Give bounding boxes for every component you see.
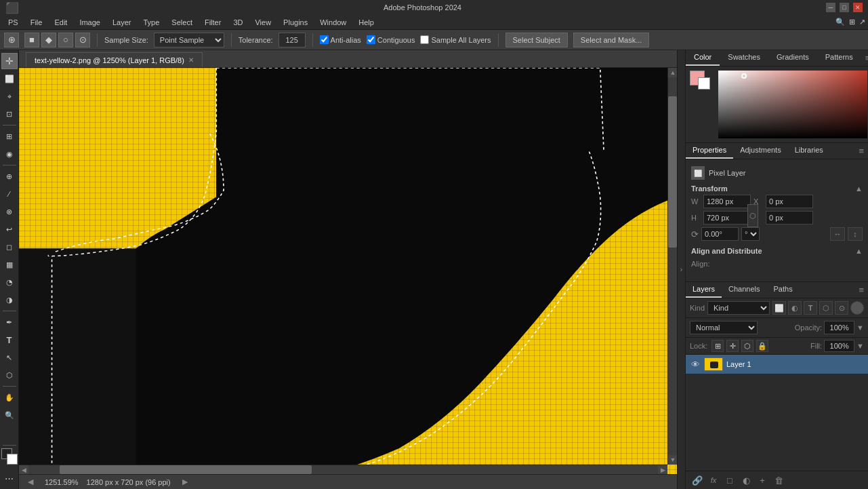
lock-position-button[interactable]: ✛ [726,340,739,352]
zoom-tool[interactable]: 🔍 [1,407,18,423]
filter-pixel-icon[interactable]: ⬜ [772,301,786,315]
tab-properties[interactable]: Properties [686,143,733,159]
maximize-button[interactable]: □ [840,3,849,12]
height-input[interactable] [703,211,751,224]
tab-patterns[interactable]: Patterns [817,50,861,66]
clone-stamp-tool[interactable]: ⊗ [1,203,18,220]
canvas-wrapper[interactable]: ▲ ▼ ◀ ▶ [19,68,677,474]
share-icon[interactable]: ↗ [859,18,865,26]
path-select-tool[interactable]: ↖ [1,349,18,366]
flip-vertical-button[interactable]: ↕ [848,227,863,241]
scroll-down-button[interactable]: ▼ [668,455,677,465]
collapse-panel-button[interactable]: › [677,50,685,489]
canvas-tab[interactable]: text-yellow-2.png @ 1250% (Layer 1, RGB/… [26,52,203,67]
extra-options[interactable]: ⋯ [1,470,18,486]
menu-type[interactable]: Type [138,17,165,28]
tab-swatches[interactable]: Swatches [720,50,768,66]
layer-row[interactable]: 👁 Layer 1 [686,355,868,374]
filter-kind-select[interactable]: Kind [707,301,770,315]
contiguous-check[interactable]: Contiguous [367,35,415,44]
brush-tool[interactable]: ∕ [1,186,18,202]
dodge-tool[interactable]: ◑ [1,292,18,308]
menu-layer[interactable]: Layer [107,17,137,28]
menu-3d[interactable]: 3D [228,17,248,28]
eraser-tool[interactable]: ◻ [1,239,18,255]
tab-libraries[interactable]: Libraries [788,143,830,159]
menu-ps[interactable]: PS [3,17,24,28]
angle-input[interactable] [701,227,739,241]
crop-tool[interactable]: ⊞ [1,128,18,144]
lock-pixels-button[interactable]: ⊞ [711,340,724,352]
lock-all-button[interactable]: 🔒 [756,340,768,352]
tool-shape-circle[interactable]: ○ [58,33,73,47]
props-panel-menu[interactable]: ≡ [854,143,868,159]
delete-layer-button[interactable]: 🗑 [772,474,785,486]
tool-shape-diamond[interactable]: ◆ [41,33,56,47]
fill-arrow[interactable]: ▼ [856,342,864,350]
scroll-track-h[interactable] [28,465,658,474]
scroll-up-button[interactable]: ▲ [668,68,677,77]
menu-help[interactable]: Help [353,17,379,28]
opacity-input[interactable] [824,321,854,334]
transform-collapse-icon[interactable]: ▲ [855,184,863,193]
background-color[interactable] [7,454,18,465]
minimize-button[interactable]: ─ [826,3,835,12]
angle-units-select[interactable]: ° [741,227,760,241]
shape-tool[interactable]: ⬡ [1,367,18,383]
tab-layers[interactable]: Layers [686,282,722,298]
scrollbar-vertical[interactable]: ▲ ▼ [667,68,677,465]
tolerance-input[interactable] [278,33,306,47]
scroll-right-button[interactable]: ▶ [658,465,667,474]
move-tool[interactable]: ✛ [1,53,18,69]
menu-select[interactable]: Select [166,17,198,28]
width-input[interactable] [703,195,751,208]
layer-visibility-toggle[interactable]: 👁 [690,359,701,370]
scroll-thumb-v[interactable] [668,96,677,248]
select-subject-button[interactable]: Select Subject [505,33,568,47]
blend-mode-select[interactable]: Normal [690,321,758,334]
scroll-track-v[interactable] [668,77,677,455]
history-brush-tool[interactable]: ↩ [1,221,18,237]
tool-shape-square[interactable]: ■ [24,33,39,47]
new-fill-layer-button[interactable]: ◐ [740,474,752,486]
lock-artboard-button[interactable]: ⬡ [741,340,753,352]
tool-shape-custom[interactable]: ⊙ [75,33,90,47]
antialias-check[interactable]: Anti-alias [320,35,361,44]
rectangle-select-tool[interactable]: ⬜ [1,71,18,87]
scrollbar-horizontal[interactable]: ◀ ▶ [19,465,667,474]
select-mask-button[interactable]: Select and Mask... [573,33,650,47]
tab-channels[interactable]: Channels [722,282,766,298]
background-swatch[interactable] [698,77,710,90]
object-select-tool[interactable]: ⊡ [1,106,18,122]
search-icon[interactable]: 🔍 [835,18,845,26]
add-mask-button[interactable]: □ [724,474,736,486]
tab-paths[interactable]: Paths [767,282,800,298]
tab-close[interactable]: ✕ [188,56,194,64]
blur-tool[interactable]: ◔ [1,274,18,290]
align-collapse-icon[interactable]: ▲ [855,247,863,255]
y-input[interactable] [766,211,813,224]
scroll-thumb-h[interactable] [60,465,312,474]
fill-input[interactable] [824,340,854,352]
flip-horizontal-button[interactable]: ↔ [830,227,845,241]
filter-circle-icon[interactable] [850,301,864,315]
color-spectrum[interactable] [718,71,867,138]
menu-edit[interactable]: Edit [49,17,73,28]
menu-file[interactable]: File [25,17,48,28]
menu-window[interactable]: Window [314,17,352,28]
filter-smart-icon[interactable]: ⊙ [835,301,848,315]
close-button[interactable]: ✕ [853,3,863,12]
opacity-arrow[interactable]: ▼ [856,324,864,332]
hand-tool[interactable]: ✋ [1,389,18,406]
gradient-tool[interactable]: ▦ [1,256,18,273]
tab-adjustments[interactable]: Adjustments [733,143,788,159]
menu-filter[interactable]: Filter [199,17,226,28]
x-input[interactable] [766,195,813,208]
align-distribute-header[interactable]: Align and Distribute ▲ [691,245,863,257]
sample-all-check[interactable]: Sample All Layers [420,35,491,44]
fx-button[interactable]: fx [707,474,720,486]
menu-plugins[interactable]: Plugins [278,17,313,28]
menu-image[interactable]: Image [74,17,106,28]
sample-size-select[interactable]: Point Sample 3 by 3 Average 5 by 5 Avera… [154,33,224,47]
tool-options-icon[interactable]: ⊕ [4,33,19,47]
